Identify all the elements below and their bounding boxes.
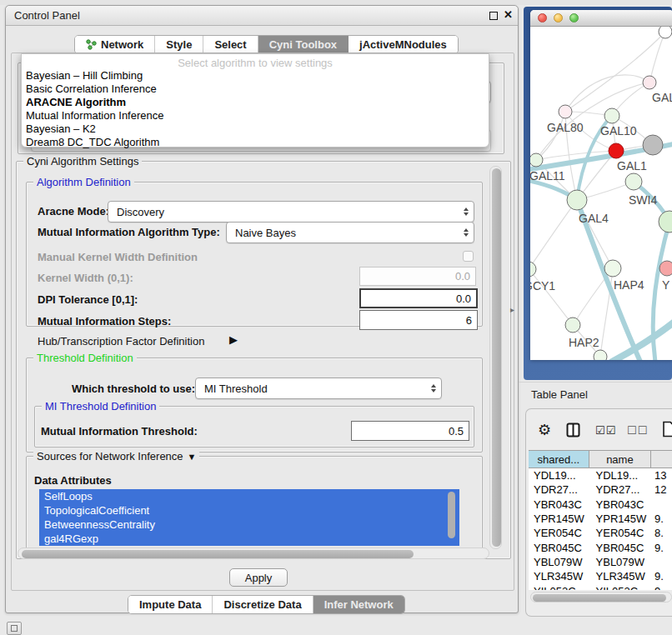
data-attributes-label: Data Attributes [34,474,112,487]
zoom-traffic-light-icon[interactable] [569,13,579,22]
minimize-traffic-light-icon[interactable] [554,13,563,22]
dpi-tolerance-label: DPI Tolerance [0,1]: [38,293,138,306]
table-row[interactable]: YBR043CYBR043C [529,498,672,512]
network-edge[interactable] [530,269,573,325]
network-node-GCY1[interactable] [530,262,536,277]
split-column-icon[interactable] [566,422,580,441]
table-row[interactable]: YDL19...YDL19...13 [529,468,672,482]
tab-style[interactable]: Style [155,36,203,53]
table-cell: 8. [651,527,672,539]
attribute-item[interactable]: BetweennessCentrality [39,518,459,532]
tab-discretize-data[interactable]: Discretize Data [213,596,313,613]
dpi-tolerance-field[interactable]: 0.0 [359,288,478,308]
gear-icon[interactable]: ⚙ [538,421,551,439]
table-cell: YIL053C [589,585,652,590]
network-node-GAL[interactable] [643,76,656,89]
table-row[interactable]: YIL053CYIL053C9. [529,583,672,590]
tab-select[interactable]: Select [203,36,258,53]
network-icon [86,39,97,50]
tab-label: Discretize Data [223,598,301,611]
unchecked-boxes-icon[interactable]: ☐☐ [627,424,648,437]
table-row[interactable]: YPR145WYPR145W9. [529,512,672,526]
table-horizontal-scrollbar-thumb[interactable] [533,594,666,602]
mi-threshold-field[interactable]: 0.5 [351,421,469,441]
table-horizontal-scrollbar[interactable] [530,592,672,602]
algorithm-option[interactable]: Bayesian – Hill Climbing [22,69,489,82]
tab-infer-network[interactable]: Infer Network [313,596,404,613]
network-node-GAL4[interactable] [567,190,587,210]
table-row[interactable]: YER054CYER054C8. [529,526,672,540]
hub-definition-label[interactable]: Hub/Transcription Factor Definition [38,335,204,348]
table-cell: YDR27... [589,483,652,496]
network-node-GAL80[interactable] [559,105,572,118]
which-threshold-combobox[interactable]: MI Threshold [195,378,442,399]
aracne-mode-combobox[interactable]: Discovery [108,201,474,222]
checked-boxes-icon[interactable]: ☑☑ [595,424,616,437]
settings-horizontal-scrollbar-thumb[interactable] [22,550,414,558]
manual-kernel-checkbox[interactable] [463,251,474,262]
column-header[interactable] [651,451,672,468]
network-node[interactable] [643,135,663,155]
tab-jactivemnodules[interactable]: jActiveMNodules [349,36,458,53]
network-node[interactable] [594,350,607,360]
mi-steps-field[interactable]: 6 [359,310,478,330]
splitter-collapse-icon[interactable]: ▸ [510,305,514,314]
table-row[interactable]: YDR27...YDR27...12 [529,482,672,497]
table-cell: 9. [651,570,672,582]
table-row[interactable]: YLR345WYLR345W9. [529,569,672,583]
network-edge[interactable] [612,318,672,360]
network-node-GAL10[interactable] [604,108,619,123]
network-node[interactable] [659,211,672,232]
attributes-list-scrollbar-thumb[interactable] [448,492,455,538]
apply-button[interactable]: Apply [229,568,288,587]
settings-horizontal-scrollbar[interactable] [18,548,489,559]
tab-impute-data[interactable]: Impute Data [128,596,213,613]
algorithm-option[interactable]: Dream8 DC_TDC Algorithm [22,136,489,149]
panel-grid-button[interactable] [7,622,22,635]
table-cell: YBR045C [589,542,652,554]
table-cell: YDL19... [529,469,589,482]
network-node-SWI4[interactable] [625,173,642,190]
network-node-HAP4[interactable] [604,260,621,277]
network-node-label: HAP4 [614,278,644,292]
table-row[interactable]: YBR045CYBR045C9. [529,540,672,554]
algorithm-option[interactable]: ARACNE Algorithm [22,96,489,109]
network-edge[interactable] [530,200,577,269]
attribute-item[interactable]: gal4RGexp [39,532,459,546]
close-traffic-light-icon[interactable] [538,13,547,22]
mi-type-combobox[interactable]: Naive Bayes [226,222,474,243]
network-canvas[interactable]: GALGAL80GAL10GAL1GAL11SWI4GAL4GCY1HAP4YH… [530,27,672,360]
column-header[interactable]: shared... [529,451,589,468]
network-node-Y[interactable] [659,261,672,276]
tab-network[interactable]: Network [75,36,155,53]
algorithm-option[interactable]: Mutual Information Inference [22,109,489,122]
attribute-item[interactable]: TopologicalCoefficient [39,503,459,518]
settings-vertical-scrollbar[interactable] [489,166,502,549]
tab-cyni-toolbox[interactable]: Cyni Toolbox [258,36,349,53]
network-node-GAL11[interactable] [530,153,543,167]
kernel-width-field[interactable]: 0.0 [359,267,476,286]
network-node-GAL1[interactable] [609,143,624,158]
network-edge[interactable] [536,112,565,160]
algorithm-option[interactable]: Basic Correlation Inference [22,82,489,96]
chevron-updown-icon [426,378,441,398]
float-window-icon[interactable] [489,12,498,20]
grid-icon [11,625,18,632]
close-icon[interactable]: ✕ [504,8,513,21]
expander-right-icon[interactable]: ▶ [229,333,238,346]
attribute-item[interactable]: SelfLoops [39,489,459,503]
control-panel-tabbar: NetworkStyleSelectCyni ToolboxjActiveMNo… [74,35,459,54]
network-node[interactable] [659,27,672,38]
sources-group-title[interactable]: Sources for Network Inference ▼ [33,450,199,462]
table-row[interactable]: YBL079WYBL079W [529,555,672,569]
collapse-down-icon[interactable]: ▼ [188,452,197,462]
kernel-width-label: Kernel Width (0,1): [38,272,133,284]
file-icon[interactable] [662,421,672,441]
network-edge[interactable] [565,32,665,112]
network-edge[interactable] [565,75,649,112]
algorithm-option[interactable]: Bayesian – K2 [22,122,489,136]
algorithm-popup-list: Bayesian – Hill ClimbingBasic Correlatio… [22,69,489,149]
column-header[interactable]: name [589,451,652,468]
settings-vertical-scrollbar-thumb[interactable] [492,168,501,547]
network-node-HAP2[interactable] [565,318,580,332]
